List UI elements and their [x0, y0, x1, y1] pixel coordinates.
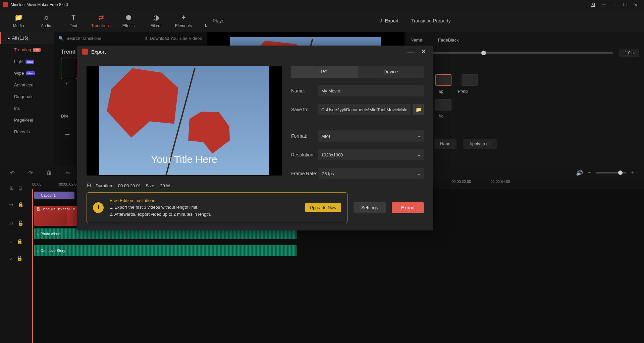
duration-value[interactable]: 1.0 s [619, 49, 639, 57]
music-note-icon: ♫ [44, 14, 49, 21]
search-input[interactable]: Search transitions [66, 36, 101, 41]
chevron-down-icon: ⌄ [417, 152, 421, 157]
dialog-title: Export [91, 49, 402, 55]
sidebar-item-diagonals[interactable]: Diagonals [0, 91, 54, 102]
tab-elements[interactable]: ✦Elements [172, 13, 195, 28]
undo-icon[interactable]: ↶ [10, 169, 15, 177]
download-youtube-button[interactable]: ⬇Download YouTube Videos [144, 36, 202, 41]
sidebar-item-all[interactable]: ▸ All (115) [0, 32, 54, 44]
upgrade-now-button[interactable]: Upgrade Now [305, 203, 341, 212]
none-button[interactable]: None [434, 139, 457, 149]
slider-thumb[interactable] [481, 51, 486, 55]
export-form: PC Device Name: Save to: 📁 Format: MP4⌄ … [291, 66, 424, 179]
resolution-select[interactable]: 1920x1080⌄ [318, 149, 424, 160]
hamburger-menu-icon[interactable]: ☰ [598, 2, 609, 7]
zoom-in-icon[interactable]: + [631, 169, 634, 176]
audio-track-2[interactable]: ♪Our Love Story [32, 243, 644, 259]
app-logo-icon [82, 49, 88, 55]
lock-icon[interactable]: 🔓 [17, 256, 22, 261]
dialog-minimize-icon[interactable]: — [405, 48, 415, 56]
lock-icon[interactable]: 🔓 [18, 220, 23, 226]
elements-icon: ✦ [181, 13, 186, 21]
sidebar-item-advanced[interactable]: Advanced [0, 79, 54, 91]
apply-to-all-button[interactable]: Apply to all [463, 139, 497, 149]
mode-option-postfix[interactable] [435, 99, 451, 111]
mode-option-prefix[interactable] [462, 74, 478, 86]
tab-transitions[interactable]: ⇄Transitions [89, 13, 113, 28]
duration-slider[interactable] [411, 52, 613, 54]
export-preview: Your Title Here [87, 66, 282, 176]
name-label: Name: [291, 88, 318, 93]
zoom-slider[interactable] [596, 172, 626, 174]
leaf-shape [99, 66, 189, 142]
mode-thumbs [435, 74, 639, 86]
tab-pc[interactable]: PC [291, 66, 358, 78]
mode-option-overlap[interactable] [435, 74, 451, 86]
redo-icon[interactable]: ↷ [28, 169, 33, 177]
limitation-heading: Free Edition Limitations: [110, 197, 299, 204]
folder-icon: 📁 [14, 13, 23, 21]
settings-button[interactable]: Settings [354, 202, 386, 213]
transition-thumb[interactable] [61, 58, 77, 79]
window-minimize-icon[interactable]: — [609, 2, 620, 7]
filters-icon: ◑ [153, 13, 159, 21]
chevron-down-icon: ⌄ [417, 134, 421, 138]
chevron-down-icon: ⌄ [417, 171, 421, 176]
zoom-out-icon[interactable]: − [588, 169, 591, 176]
text-icon: T [71, 14, 75, 21]
audio-clip[interactable]: ♪Our Love Story [34, 245, 297, 256]
sidebar-item-trending[interactable]: TrendingHot [0, 44, 54, 56]
sidebar-item-pagepeel[interactable]: PagePeel [0, 114, 54, 126]
prop-name-label: Name: [411, 38, 432, 43]
collapse-icon[interactable]: ⊟ [18, 185, 22, 191]
sidebar-item-wipe[interactable]: WipeNew [0, 67, 54, 79]
track-headers: ⊞⊟ ▭🔓 ▭🔓 ♪🔓 ♪🔓 [0, 180, 32, 343]
titlebar: MiniTool MovieMaker Free 8.0.0 ⚿ ☰ — ❐ ✕ [0, 0, 644, 9]
slider-thumb[interactable] [618, 170, 623, 175]
resolution-label: Resolution: [291, 152, 318, 157]
player-label: Player [213, 18, 380, 23]
duration-value: 00:00:20:01 [118, 183, 141, 188]
player-header: Player ⤴ Export [207, 9, 404, 32]
add-track-icon[interactable]: ⊞ [10, 185, 14, 191]
export-top-button[interactable]: ⤴ Export [380, 18, 398, 23]
sidebar-item-reveals[interactable]: Reveals [0, 126, 54, 138]
license-key-icon[interactable]: ⚿ [588, 2, 598, 7]
zoom-controls: 🔊 − + [576, 169, 634, 177]
format-select[interactable]: MP4⌄ [318, 130, 424, 142]
delete-icon[interactable]: 🗑 [46, 169, 52, 176]
window-close-icon[interactable]: ✕ [631, 2, 641, 7]
tab-device[interactable]: Device [358, 66, 424, 78]
export-button[interactable]: Export [392, 202, 424, 213]
tab-media[interactable]: 📁Media [7, 13, 30, 28]
browse-folder-button[interactable]: 📁 [413, 104, 424, 115]
lock-icon[interactable]: 🔓 [17, 239, 22, 244]
tab-audio[interactable]: ♫Audio [34, 14, 58, 28]
tab-text[interactable]: TText [62, 14, 85, 28]
sidebar-item-light[interactable]: LightNew [0, 56, 54, 67]
preview-title-text: Your Title Here [99, 154, 269, 165]
transitions-icon: ⇄ [98, 13, 104, 21]
caption-clip[interactable]: TCaption1 [34, 192, 74, 199]
saveto-input[interactable] [318, 104, 411, 115]
track-type-icon: ▭ [9, 202, 13, 207]
prop-name-value: FadeBlack [438, 38, 459, 43]
sidebar-item-iris[interactable]: Iris [0, 102, 54, 114]
dialog-close-icon[interactable]: ✕ [419, 48, 429, 56]
folder-icon: 📁 [416, 107, 421, 112]
split-icon[interactable]: ✄ [65, 169, 70, 177]
lock-icon[interactable]: 🔓 [18, 202, 23, 207]
search-icon: 🔍 [58, 36, 64, 41]
tab-effects[interactable]: ⬢Effects [117, 13, 140, 28]
property-header: Transition Property [406, 9, 644, 32]
limitation-line: 1. Export the first 3 videos without len… [110, 204, 299, 211]
app-logo-icon [3, 2, 8, 7]
music-track-icon: ♪ [10, 239, 12, 244]
download-icon: ⬇ [144, 36, 148, 41]
track-type-icon: ▭ [9, 220, 13, 226]
fps-select[interactable]: 25 fps⌄ [319, 168, 424, 179]
window-maximize-icon[interactable]: ❐ [620, 2, 631, 7]
tab-filters[interactable]: ◑Filters [144, 13, 168, 28]
name-input[interactable] [318, 85, 424, 96]
volume-icon[interactable]: 🔊 [576, 169, 583, 177]
